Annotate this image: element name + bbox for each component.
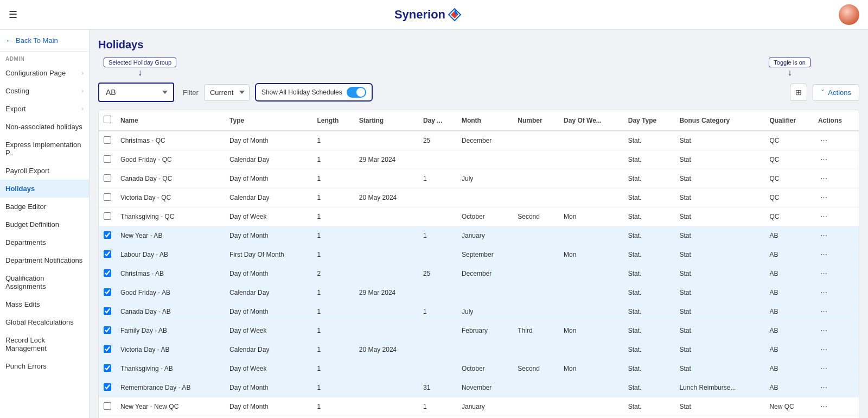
table-row: New Year - New QCDay of Month11JanuarySt… (99, 397, 859, 416)
cell-number (513, 340, 559, 359)
row-actions-button[interactable]: ··· (818, 193, 829, 202)
cell-name: Thanksgiving - AB (116, 359, 225, 378)
sidebar-item-qualification[interactable]: Qualification Assignments (0, 269, 89, 295)
row-actions-button[interactable]: ··· (818, 155, 829, 164)
sidebar-item-dept-notifications[interactable]: Department Notifications (0, 251, 89, 269)
cell-day-type: Stat. (624, 302, 675, 321)
show-all-schedules-toggle-wrapper[interactable]: Show All Holiday Schedules (255, 83, 373, 102)
selected-group-annotation: Selected Holiday Group ↓ (104, 58, 176, 78)
row-checkbox[interactable] (104, 402, 111, 410)
table-row: Victoria Day - QCCalendar Day120 May 202… (99, 188, 859, 207)
sidebar-item-label: Qualification Assignments (5, 274, 84, 290)
row-checkbox[interactable] (104, 231, 111, 239)
row-checkbox[interactable] (104, 174, 111, 182)
annotation-arrow-down: ↓ (138, 68, 142, 77)
row-checkbox[interactable] (104, 193, 111, 201)
row-checkbox[interactable] (104, 345, 111, 353)
sidebar-item-label: Department Notifications (5, 256, 82, 264)
cell-qualifier: QC (765, 131, 813, 150)
cell-bonus-category: Stat (675, 397, 765, 416)
row-checkbox[interactable] (104, 288, 111, 296)
toggle-switch[interactable] (347, 87, 366, 98)
hamburger-icon[interactable]: ☰ (9, 9, 17, 21)
row-actions-button[interactable]: ··· (818, 231, 829, 240)
holidays-table-container: NameTypeLengthStartingDay ...MonthNumber… (98, 110, 859, 418)
row-actions-button[interactable]: ··· (818, 383, 829, 392)
cell-name: Family Day - AB (116, 321, 225, 340)
cell-length: 1 (312, 340, 354, 359)
avatar[interactable] (839, 4, 859, 25)
row-actions-button[interactable]: ··· (818, 288, 829, 297)
cell-length: 1 (312, 131, 354, 150)
cell-day-... (419, 188, 457, 207)
sidebar-item-global-recalc[interactable]: Global Recalculations (0, 313, 89, 331)
cell-day-of-we... (559, 169, 624, 188)
row-actions-button[interactable]: ··· (818, 402, 829, 411)
cell-bonus-category: Stat (675, 245, 765, 264)
row-checkbox[interactable] (104, 364, 111, 372)
holidays-table: NameTypeLengthStartingDay ...MonthNumber… (99, 110, 859, 418)
row-actions-button[interactable]: ··· (818, 345, 829, 354)
row-actions-button[interactable]: ··· (818, 307, 829, 316)
sidebar-item-payroll-export[interactable]: Payroll Export (0, 162, 89, 180)
cell-month: July (457, 169, 513, 188)
row-checkbox[interactable] (104, 326, 111, 334)
select-all-checkbox[interactable] (104, 116, 111, 123)
cell-day-type: Stat. (624, 264, 675, 283)
cell-name: Labour Day - AB (116, 245, 225, 264)
grid-view-button[interactable]: ⊞ (790, 84, 807, 101)
cell-day-type: Stat. (624, 188, 675, 207)
cell-qualifier: AB (765, 245, 813, 264)
sidebar-item-badge-editor[interactable]: Badge Editor (0, 198, 89, 216)
cell-day-type: Stat. (624, 169, 675, 188)
cell-length: 1 (312, 302, 354, 321)
cell-starting (355, 359, 419, 378)
sidebar-item-export[interactable]: Export› (0, 100, 89, 118)
cell-starting (355, 245, 419, 264)
row-checkbox[interactable] (104, 250, 111, 258)
sidebar-item-punch-errors[interactable]: Punch Errors (0, 357, 89, 375)
sidebar-item-non-associated[interactable]: Non-associated holidays (0, 118, 89, 136)
row-actions-button[interactable]: ··· (818, 174, 829, 183)
cell-bonus-category: Stat (675, 188, 765, 207)
cell-day-of-we... (559, 264, 624, 283)
actions-button[interactable]: ˅ Actions (813, 84, 859, 101)
row-actions-button[interactable]: ··· (818, 212, 829, 221)
cell-day-of-we... (559, 283, 624, 302)
cell-day-...: 25 (419, 131, 457, 150)
table-body: Non-associated holidays→Christmas - QCDa… (99, 131, 859, 418)
sidebar-item-departments[interactable]: Departments (0, 233, 89, 251)
table-row: Christmas - ABDay of Month225DecemberSta… (99, 264, 859, 283)
sidebar-item-costing[interactable]: Costing› (0, 82, 89, 100)
row-checkbox[interactable] (104, 307, 111, 315)
cell-name: Victoria Day - AB (116, 340, 225, 359)
sidebar-item-express[interactable]: Express Implementation P.. (0, 136, 89, 162)
row-checkbox[interactable] (104, 212, 111, 220)
cell-bonus-category: Stat (675, 131, 765, 150)
row-checkbox[interactable] (104, 383, 111, 391)
cell-qualifier: New QC (765, 397, 813, 416)
col-header-number: Number (513, 110, 559, 131)
cell-qualifier: AB (765, 264, 813, 283)
col-header-length: Length (312, 110, 354, 131)
sidebar-item-configuration[interactable]: Configuration Page› (0, 64, 89, 82)
row-checkbox[interactable] (104, 269, 111, 277)
sidebar-item-mass-edits[interactable]: Mass Edits (0, 295, 89, 313)
sidebar-item-record-lock[interactable]: Record Lock Management (0, 331, 89, 357)
row-actions-button[interactable]: ··· (818, 269, 829, 278)
cell-month: September (457, 416, 513, 419)
sidebar-item-budget[interactable]: Budget Definition (0, 216, 89, 233)
sidebar-item-holidays[interactable]: Holidays (0, 180, 89, 198)
toggle-annotation-arrow: ↓ (788, 68, 792, 77)
row-checkbox[interactable] (104, 155, 111, 163)
group-select[interactable]: AB QC (98, 83, 174, 102)
row-actions-button[interactable]: ··· (818, 250, 829, 259)
row-actions-button[interactable]: ··· (818, 364, 829, 373)
row-actions-button[interactable]: ··· (818, 136, 829, 145)
filter-select[interactable]: Current All Past (204, 84, 250, 101)
cell-length: 1 (312, 359, 354, 378)
back-to-main[interactable]: ← Back To Main (0, 30, 89, 52)
row-actions-button[interactable]: ··· (818, 326, 829, 335)
cell-day-...: 31 (419, 378, 457, 397)
row-checkbox[interactable] (104, 136, 111, 144)
